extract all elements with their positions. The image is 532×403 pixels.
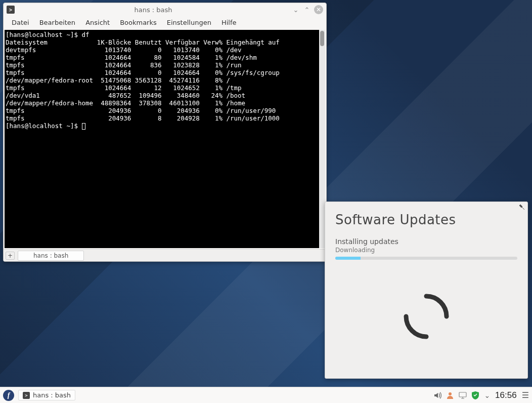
chevron-down-icon[interactable]: ⌄ (484, 391, 490, 399)
taskbar-item-terminal[interactable]: hans : bash (18, 390, 75, 400)
menu-ansicht[interactable]: Ansicht (80, 17, 115, 28)
loading-spinner-icon (401, 291, 452, 342)
terminal-task-icon (23, 392, 30, 399)
menu-datei[interactable]: Datei (7, 17, 34, 28)
volume-icon[interactable] (433, 391, 441, 399)
maximize-button[interactable]: ⌃ (303, 6, 311, 14)
user-icon[interactable] (447, 392, 454, 399)
terminal-app-icon (7, 6, 15, 14)
scrollbar-thumb[interactable] (320, 31, 324, 46)
notification-status-secondary: Downloading (335, 247, 517, 254)
svg-point-0 (449, 392, 452, 395)
software-updates-notification: Software Updates Installing updates Down… (325, 202, 528, 379)
clock[interactable]: 16:56 (495, 390, 517, 400)
window-titlebar[interactable]: hans : bash ⌄ ⌃ ✕ (4, 3, 326, 16)
terminal-tabbar: + hans : bash (4, 249, 326, 261)
panel-menu-icon[interactable]: ☰ (522, 390, 529, 400)
pin-icon[interactable] (519, 204, 524, 211)
terminal-tab[interactable]: hans : bash (18, 251, 84, 261)
terminal-window: hans : bash ⌄ ⌃ ✕ Datei Bearbeiten Ansic… (3, 3, 327, 262)
svg-rect-1 (459, 392, 466, 397)
menu-einstellungen[interactable]: Einstellungen (162, 17, 216, 28)
shield-icon[interactable] (472, 391, 479, 399)
new-tab-button[interactable]: + (6, 252, 15, 260)
window-title: hans : bash (18, 6, 289, 14)
menu-bookmarks[interactable]: Bookmarks (115, 17, 162, 28)
menu-hilfe[interactable]: Hilfe (216, 17, 242, 28)
minimize-button[interactable]: ⌄ (292, 6, 300, 14)
close-button[interactable]: ✕ (314, 5, 323, 14)
terminal-output[interactable]: [hans@localhost ~]$ df Dateisystem 1K-Bl… (6, 31, 325, 247)
system-tray: ⌄ 16:56 ☰ (433, 390, 529, 400)
menu-bearbeiten[interactable]: Bearbeiten (34, 17, 80, 28)
terminal-cursor (82, 123, 85, 130)
taskbar-item-label: hans : bash (33, 391, 71, 399)
fedora-menu-icon[interactable] (3, 390, 14, 401)
menu-bar: Datei Bearbeiten Ansicht Bookmarks Einst… (4, 16, 326, 30)
notification-title: Software Updates (335, 212, 517, 227)
notification-status-primary: Installing updates (335, 237, 517, 246)
terminal-area[interactable]: [hans@localhost ~]$ df Dateisystem 1K-Bl… (5, 30, 325, 248)
display-icon[interactable] (459, 392, 467, 399)
desktop-panel: hans : bash ⌄ 16:56 ☰ (0, 387, 532, 403)
